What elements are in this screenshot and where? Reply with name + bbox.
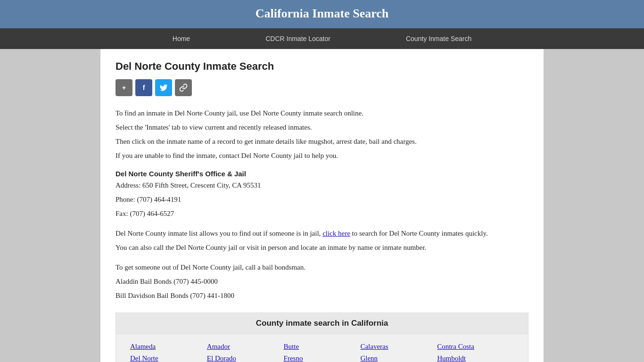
county-link[interactable]: Del Norte: [130, 354, 207, 362]
page-title: Del Norte County Inmate Search: [116, 60, 528, 73]
share-twitter-button[interactable]: [155, 79, 172, 96]
bail-block: To get someone out of Del Norte County j…: [116, 262, 528, 301]
search-text-before: Del Norte County inmate list allows you …: [116, 230, 321, 237]
site-title: California Inmate Search: [0, 7, 644, 21]
intro-line-2: Select the 'Inmates' tab to view current…: [116, 122, 528, 133]
click-here-link[interactable]: click here: [322, 230, 350, 237]
office-phone: Phone: (707) 464-4191: [116, 194, 528, 205]
county-link[interactable]: Alameda: [130, 342, 207, 352]
office-title: Del Norte County Sheriff's Office & Jail: [116, 170, 528, 178]
county-link[interactable]: Amador: [207, 342, 284, 352]
content-outer: Del Norte County Inmate Search + f To fi…: [0, 49, 644, 362]
county-section-title: County inmate search in California: [116, 313, 528, 334]
office-fax: Fax: (707) 464-6527: [116, 208, 528, 219]
bail-line2: Aladdin Bail Bonds (707) 445-0000: [116, 276, 528, 287]
main-nav: HomeCDCR Inmate LocatorCounty Inmate Sea…: [0, 28, 644, 49]
bail-line1: To get someone out of Del Norte County j…: [116, 262, 528, 273]
county-link[interactable]: Fresno: [284, 354, 361, 362]
search-text-after: to search for Del Norte County inmates q…: [352, 230, 488, 237]
intro-block: To find an inmate in Del Norte County ja…: [116, 107, 528, 161]
intro-line-1: To find an inmate in Del Norte County ja…: [116, 107, 528, 119]
bail-line3: Bill Davidson Bail Bonds (707) 441-1800: [116, 290, 528, 301]
county-link[interactable]: Calaveras: [360, 342, 437, 352]
nav-item-county[interactable]: County Inmate Search: [368, 28, 509, 49]
office-address: Address: 650 Fifth Street, Crescent City…: [116, 180, 528, 191]
share-facebook-button[interactable]: f: [135, 79, 152, 96]
search-block: Del Norte County inmate list allows you …: [116, 228, 528, 253]
office-info-block: Del Norte County Sheriff's Office & Jail…: [116, 170, 528, 219]
county-section: County inmate search in California Alame…: [116, 313, 528, 362]
search-text-line2: You can also call the Del Norte County j…: [116, 242, 528, 253]
share-link-button[interactable]: [175, 79, 192, 96]
county-link[interactable]: El Dorado: [207, 354, 284, 362]
nav-item-cdcr[interactable]: CDCR Inmate Locator: [228, 28, 368, 49]
social-share-bar: + f: [116, 79, 528, 96]
county-link[interactable]: Glenn: [360, 354, 437, 362]
county-link[interactable]: Contra Costa: [437, 342, 514, 352]
intro-line-3: Then click on the inmate name of a recor…: [116, 136, 528, 147]
county-grid: AlamedaAmadorButteCalaverasContra CostaD…: [116, 342, 528, 362]
share-add-button[interactable]: +: [116, 79, 132, 96]
intro-line-4: If you are unable to find the inmate, co…: [116, 150, 528, 161]
county-link[interactable]: Humboldt: [437, 354, 514, 362]
county-link[interactable]: Butte: [284, 342, 361, 352]
nav-item-home[interactable]: Home: [135, 28, 228, 49]
content-main: Del Norte County Inmate Search + f To fi…: [100, 49, 544, 362]
search-text-line1: Del Norte County inmate list allows you …: [116, 228, 528, 239]
site-header: California Inmate Search: [0, 0, 644, 28]
